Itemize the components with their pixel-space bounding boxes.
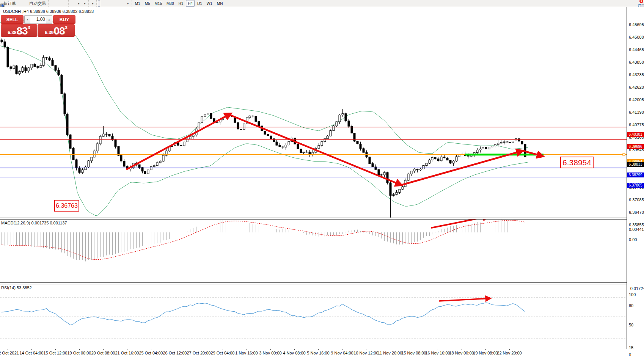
macd-label: MACD(12,26,9) 0.001735 0.001137 — [1, 221, 67, 225]
vline-button[interactable] — [104, 0, 106, 7]
market-watch-button[interactable] — [21, 0, 23, 7]
date-tick-label: 29 Oct 04:00 — [211, 351, 235, 355]
rsi-pane-separator[interactable] — [0, 282, 627, 284]
low-price-callout[interactable]: 6.36763 — [54, 200, 79, 212]
crosshair-button[interactable] — [101, 0, 103, 7]
date-tick-mark — [127, 349, 127, 350]
rsi-axis-tick: 50 — [629, 323, 633, 327]
date-tick-label: 26 Oct 12:00 — [163, 351, 187, 355]
rsi-trend-arrow[interactable] — [439, 298, 490, 301]
hline-button[interactable] — [107, 0, 109, 7]
line-handle[interactable] — [623, 154, 625, 156]
line-chart-button[interactable] — [56, 0, 58, 7]
toolbar-group-1 — [48, 0, 68, 7]
channel-button[interactable]: E — [113, 0, 115, 7]
indicators-button[interactable] — [70, 0, 72, 7]
price-tick: 6.44465 — [629, 47, 644, 52]
timeframe-m15-button[interactable]: M15 — [153, 0, 164, 7]
label-button[interactable]: T — [122, 0, 124, 7]
trend-arrow-1 — [126, 114, 231, 169]
date-tick-label: 14 Oct 04:00 — [20, 351, 44, 355]
auto-trading-button[interactable]: 自动交易 — [27, 0, 47, 7]
chart-window[interactable]: USDCNH-,H4 6.38936 6.38936 6.38802 6.388… — [0, 7, 644, 356]
timeframe-h4-button[interactable]: H4 — [186, 0, 195, 7]
rsi-axis-tick: 80 — [629, 303, 633, 308]
date-tick-label: 16 Nov 16:00 — [425, 351, 450, 355]
price-badge-6.37805: 6.37805 — [627, 183, 644, 188]
date-tick-mark — [79, 349, 80, 350]
volume-value[interactable]: 1.00 — [30, 16, 46, 24]
volume-stepper[interactable]: ▼ 1.00 ▲ — [24, 15, 52, 24]
date-tick-label: 11 Nov 20:00 — [378, 351, 402, 355]
indicator-windows-button[interactable] — [73, 0, 75, 7]
chevron-down-icon: ▼ — [127, 2, 129, 5]
auto-trading-button-label: 自动交易 — [29, 1, 46, 6]
add-indicator-button[interactable]: ▼ — [76, 0, 81, 7]
zoom-out-button[interactable] — [62, 0, 64, 7]
date-tick-label: 27 Oct 20:00 — [187, 351, 211, 355]
rsi-pane[interactable] — [0, 284, 627, 349]
date-tick-mark — [318, 349, 319, 350]
fibonacci-button[interactable]: F — [116, 0, 118, 7]
notification-badge: 1 — [639, 0, 643, 3]
cursor-button[interactable] — [98, 0, 100, 7]
date-tick-mark — [223, 349, 223, 350]
timeframe-group: M1M5M15M30H1H4D1W1MN — [132, 0, 226, 7]
buy-price-pips: 08 — [53, 26, 64, 36]
sell-button[interactable]: SELL — [1, 15, 24, 24]
date-tick-label: 15 Oct 12:00 — [44, 351, 68, 355]
buy-button[interactable]: BUY — [53, 15, 75, 24]
timeframe-m1-button[interactable]: M1 — [133, 0, 142, 7]
sell-price[interactable]: 6.38 83 3 — [1, 24, 37, 37]
price-tick: 6.43235 — [629, 72, 644, 77]
candlestick-chart-button[interactable] — [53, 0, 55, 7]
macd-trend-arrow[interactable] — [431, 219, 488, 228]
alerts-button[interactable]: 1 — [640, 0, 642, 7]
arrows-button[interactable]: ▼ — [125, 0, 130, 7]
rsi-axis-tick: 15 — [629, 345, 633, 350]
search-button[interactable] — [637, 0, 639, 7]
templates-button[interactable]: ▼ — [90, 0, 95, 7]
date-tick-mark — [103, 349, 104, 350]
date-tick-label: 3 Nov 00:00 — [259, 351, 281, 355]
tile-windows-button[interactable] — [65, 0, 67, 7]
volume-increase-icon[interactable]: ▲ — [46, 16, 52, 24]
date-tick-mark — [31, 349, 32, 350]
level-price-callout[interactable]: 6.38954 — [560, 157, 594, 168]
metaeditor-button[interactable] — [18, 0, 20, 7]
timeframe-m5-button[interactable]: M5 — [143, 0, 152, 7]
text-button[interactable]: A — [119, 0, 121, 7]
timeframe-m30-button[interactable]: M30 — [165, 0, 176, 7]
macd-pane[interactable] — [0, 219, 627, 282]
zoom-in-button[interactable] — [59, 0, 61, 7]
date-tick-mark — [438, 349, 438, 350]
timeframe-mn-button[interactable]: MN — [215, 0, 225, 7]
macd-histogram — [2, 220, 525, 262]
strategy-tester-button[interactable] — [24, 0, 26, 7]
bar-chart-button[interactable] — [50, 0, 52, 7]
price-tick: 6.41390 — [629, 110, 644, 114]
date-tick-mark — [462, 349, 462, 350]
buy-price[interactable]: 6.39 08 3 — [38, 24, 75, 37]
rsi-axis-tick: 100 — [629, 292, 636, 297]
chevron-down-icon: ▼ — [91, 2, 94, 5]
date-tick-mark — [390, 349, 390, 350]
price-tick: 6.43850 — [629, 60, 644, 64]
date-tick-label: 4 Nov 08:00 — [283, 351, 305, 355]
price-chart-pane[interactable] — [0, 7, 627, 218]
price-tick: 6.36470 — [629, 210, 644, 215]
chevron-down-icon: ▼ — [83, 2, 86, 5]
trendline-button[interactable] — [110, 0, 112, 7]
rsi-line — [2, 303, 525, 325]
timeframe-w1-button[interactable]: W1 — [205, 0, 214, 7]
date-tick-label: 15 Nov 08:00 — [401, 351, 426, 355]
timeframe-d1-button[interactable]: D1 — [195, 0, 204, 7]
macd-pane-separator[interactable] — [0, 218, 627, 220]
toolbar-group-3: ▼ — [88, 0, 96, 7]
volume-decrease-icon[interactable]: ▼ — [25, 16, 30, 24]
date-tick-label: 5 Nov 16:00 — [307, 351, 329, 355]
toolbar-group-0: 新订单自动交易 — [0, 0, 48, 7]
timeframe-h1-button[interactable]: H1 — [176, 0, 185, 7]
date-tick-mark — [8, 349, 8, 350]
periods-button[interactable]: ▼ — [82, 0, 87, 7]
